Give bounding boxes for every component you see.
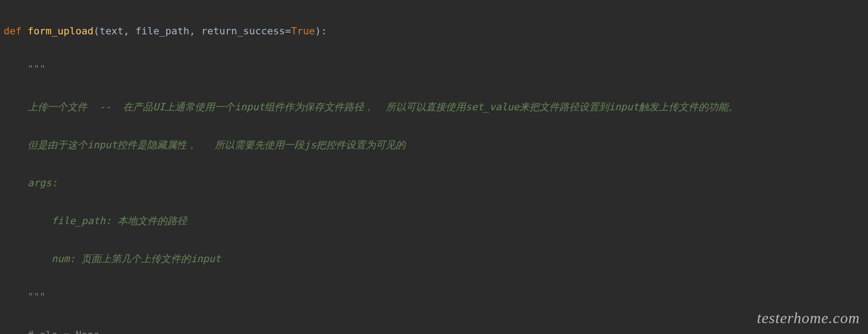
code-line-7: num: 页面上第几个上传文件的input bbox=[4, 249, 868, 268]
docstring-open: """ bbox=[4, 63, 46, 75]
code-line-4: 但是由于这个input控件是隐藏属性， 所以需要先使用一段js把控件设置为可见的 bbox=[4, 136, 868, 155]
watermark-text: testerhome.com bbox=[757, 309, 860, 328]
docstring-text: 但是由于这个input控件是隐藏属性， 所以需要先使用一段js把控件设置为可见的 bbox=[4, 139, 406, 151]
code-line-2: """ bbox=[4, 60, 868, 79]
docstring-text: 上传一个文件 -- 在产品UI上通常使用一个input组件作为保存文件路径， 所… bbox=[4, 101, 738, 113]
code-line-9: # ele = None bbox=[4, 325, 868, 334]
docstring-arg: file_path: 本地文件的路径 bbox=[4, 215, 187, 226]
code-editor[interactable]: def form_upload(text, file_path, return_… bbox=[0, 0, 868, 334]
literal-true: True bbox=[291, 25, 315, 37]
docstring-close: """ bbox=[4, 291, 46, 302]
code-line-3: 上传一个文件 -- 在产品UI上通常使用一个input组件作为保存文件路径， 所… bbox=[4, 98, 868, 117]
code-line-5: args: bbox=[4, 174, 868, 193]
code-line-1: def form_upload(text, file_path, return_… bbox=[4, 22, 868, 41]
docstring-arg: num: 页面上第几个上传文件的input bbox=[4, 253, 221, 264]
keyword-def: def bbox=[4, 25, 28, 37]
code-line-8: """ bbox=[4, 287, 868, 306]
comment: # ele = None bbox=[4, 329, 99, 334]
function-name: form_upload bbox=[28, 25, 94, 37]
code-line-6: file_path: 本地文件的路径 bbox=[4, 212, 868, 231]
docstring-args: args: bbox=[4, 177, 57, 188]
